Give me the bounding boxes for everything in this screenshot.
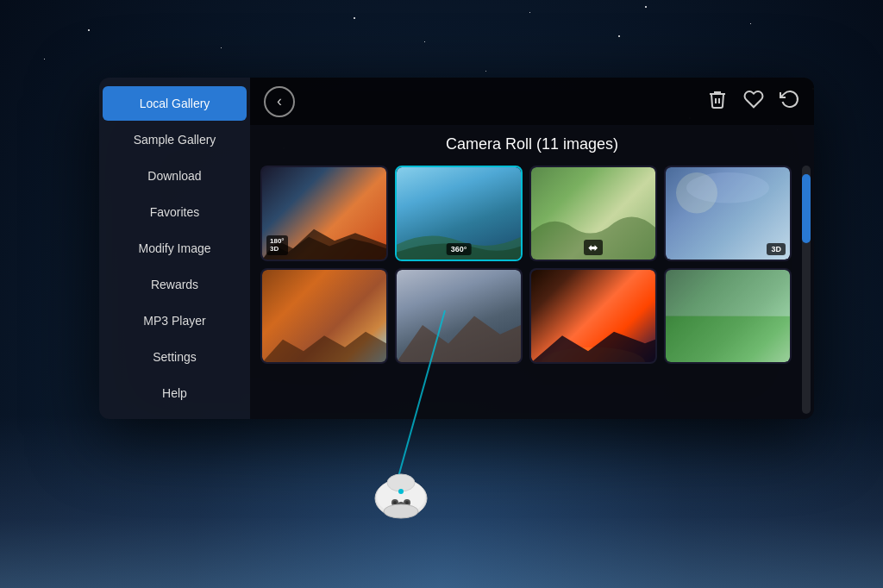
thumb-image-7 xyxy=(531,270,655,362)
thumbnail-1[interactable]: 180°3D xyxy=(260,166,388,261)
scrollbar-track[interactable] xyxy=(802,166,811,414)
svg-point-18 xyxy=(405,501,409,504)
svg-point-16 xyxy=(398,502,404,509)
svg-marker-5 xyxy=(397,316,521,362)
back-button[interactable]: ‹ xyxy=(264,86,295,117)
back-icon: ‹ xyxy=(277,92,282,110)
top-bar: ‹ xyxy=(250,78,814,125)
svg-point-19 xyxy=(399,504,403,507)
thumbnail-5[interactable] xyxy=(260,268,388,364)
svg-marker-7 xyxy=(531,331,655,362)
scrollbar-thumb[interactable] xyxy=(802,174,811,243)
gallery-grid: 180°3D 360° xyxy=(260,166,792,364)
thumb-image-5 xyxy=(262,270,386,362)
favorite-icon[interactable] xyxy=(743,89,764,115)
thumb-badge-4: 3D xyxy=(767,243,786,255)
thumbnail-4[interactable]: 3D xyxy=(664,166,792,261)
svg-rect-8 xyxy=(666,316,790,363)
svg-point-20 xyxy=(398,489,404,494)
thumbnail-6[interactable] xyxy=(395,268,523,364)
main-panel: ‹ xyxy=(250,78,814,419)
atmosphere-bg xyxy=(0,416,883,588)
gallery-title: Camera Roll (11 images) xyxy=(250,125,814,160)
sidebar-item-local-gallery[interactable]: Local Gallery xyxy=(103,86,247,121)
thumbnail-2[interactable]: 360° xyxy=(395,166,523,261)
svg-point-11 xyxy=(375,479,427,517)
svg-point-17 xyxy=(393,501,397,504)
gallery-grid-area[interactable]: 180°3D 360° xyxy=(250,160,802,419)
thumb-badge-1: 180°3D xyxy=(266,235,288,255)
sidebar-item-rewards[interactable]: Rewards xyxy=(103,267,247,302)
thumb-badge-3: ⬌ xyxy=(584,240,603,255)
svg-rect-9 xyxy=(666,270,790,316)
sidebar-item-modify-image[interactable]: Modify Image xyxy=(103,231,247,266)
gallery-content: 180°3D 360° xyxy=(250,160,814,419)
thumb-image-6 xyxy=(397,270,521,362)
vr-controller xyxy=(362,455,440,528)
thumbnail-7[interactable] xyxy=(529,268,657,364)
thumb-badge-2: 360° xyxy=(447,243,472,255)
sidebar-item-favorites[interactable]: Favorites xyxy=(103,195,247,229)
delete-icon[interactable] xyxy=(707,89,728,115)
svg-point-12 xyxy=(377,479,425,514)
sidebar-item-help[interactable]: Help xyxy=(103,376,247,410)
rotate-icon[interactable] xyxy=(780,89,800,115)
sidebar: Local Gallery Sample Gallery Download Fa… xyxy=(99,78,250,419)
ui-window: Local Gallery Sample Gallery Download Fa… xyxy=(99,78,814,419)
svg-point-3 xyxy=(686,172,769,203)
toolbar-icons xyxy=(707,89,800,115)
thumbnail-3[interactable]: ⬌ xyxy=(529,166,657,261)
sidebar-item-settings[interactable]: Settings xyxy=(103,340,247,374)
svg-point-15 xyxy=(404,499,410,506)
thumbnail-8[interactable] xyxy=(664,268,792,364)
svg-point-14 xyxy=(391,499,398,506)
svg-marker-4 xyxy=(262,331,386,362)
svg-point-13 xyxy=(387,474,415,491)
svg-point-21 xyxy=(384,504,418,518)
thumb-image-8 xyxy=(666,270,790,362)
sidebar-item-download[interactable]: Download xyxy=(103,159,247,193)
sidebar-item-mp3-player[interactable]: MP3 Player xyxy=(103,303,247,338)
sidebar-item-sample-gallery[interactable]: Sample Gallery xyxy=(103,122,247,157)
